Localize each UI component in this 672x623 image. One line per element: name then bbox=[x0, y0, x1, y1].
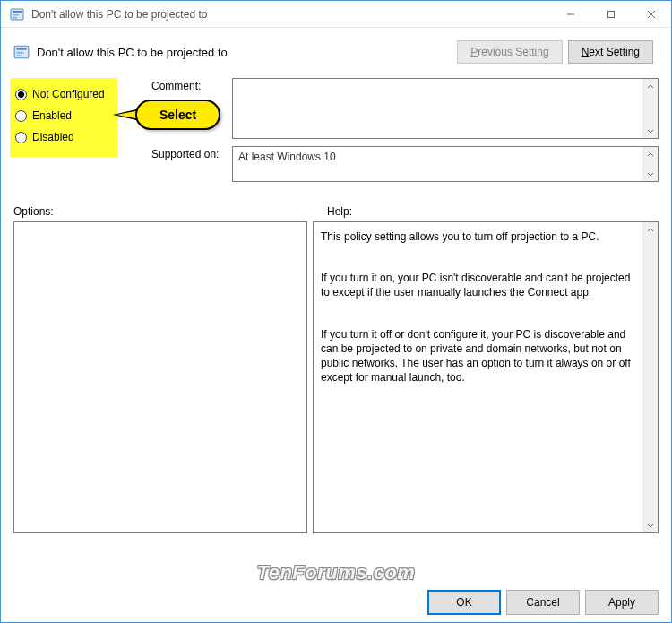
policy-title: Don't allow this PC to be projected to bbox=[37, 46, 457, 59]
help-label: Help: bbox=[327, 205, 659, 218]
chevron-up-icon[interactable] bbox=[642, 79, 658, 94]
titlebar: Don't allow this PC to be projected to bbox=[1, 1, 671, 28]
help-panel: This policy setting allows you to turn o… bbox=[313, 221, 659, 533]
radio-label: Not Configured bbox=[32, 88, 105, 100]
svg-rect-11 bbox=[16, 55, 22, 56]
radio-icon bbox=[15, 89, 27, 100]
radio-label: Enabled bbox=[32, 109, 72, 122]
supported-value: At least Windows 10 bbox=[238, 151, 336, 163]
svg-rect-3 bbox=[13, 17, 17, 19]
help-text: This policy setting allows you to turn o… bbox=[321, 229, 636, 244]
chevron-up-icon[interactable] bbox=[642, 222, 658, 238]
chevron-down-icon[interactable] bbox=[642, 166, 658, 181]
radio-icon bbox=[15, 132, 27, 143]
previous-setting-button: Previous Setting bbox=[457, 40, 562, 64]
svg-rect-1 bbox=[13, 11, 22, 13]
next-setting-button[interactable]: Next Setting bbox=[568, 40, 653, 64]
help-text: If you turn it on, your PC isn't discove… bbox=[321, 271, 636, 299]
footer-buttons: OK Cancel Apply bbox=[427, 590, 659, 615]
comment-field[interactable] bbox=[232, 78, 659, 139]
radio-not-configured[interactable]: Not Configured bbox=[13, 83, 112, 105]
chevron-down-icon[interactable] bbox=[642, 517, 658, 532]
scrollbar[interactable] bbox=[642, 222, 658, 532]
scrollbar[interactable] bbox=[642, 147, 658, 181]
chevron-down-icon[interactable] bbox=[642, 123, 658, 138]
apply-button[interactable]: Apply bbox=[585, 590, 659, 615]
svg-rect-9 bbox=[16, 48, 26, 50]
supported-label: Supported on: bbox=[151, 146, 232, 160]
watermark: TenForums.com bbox=[1, 561, 671, 584]
comment-label: Comment: bbox=[151, 78, 232, 92]
svg-rect-5 bbox=[607, 11, 614, 17]
state-radios: Not Configured Enabled Disabled Select bbox=[10, 78, 142, 189]
help-text: If you turn it off or don't configure it… bbox=[321, 327, 636, 385]
radio-icon bbox=[15, 110, 27, 122]
supported-field: At least Windows 10 bbox=[232, 146, 659, 182]
svg-rect-10 bbox=[16, 52, 23, 54]
options-label: Options: bbox=[13, 205, 327, 218]
policy-icon bbox=[10, 7, 24, 22]
radio-enabled[interactable]: Enabled bbox=[13, 105, 112, 126]
options-panel bbox=[13, 221, 307, 533]
header-row: Don't allow this PC to be projected to P… bbox=[1, 28, 671, 73]
cancel-button[interactable]: Cancel bbox=[506, 590, 580, 615]
chevron-up-icon[interactable] bbox=[642, 147, 658, 162]
minimize-button[interactable] bbox=[550, 1, 590, 27]
scrollbar[interactable] bbox=[642, 79, 658, 138]
close-button[interactable] bbox=[631, 1, 671, 27]
policy-icon bbox=[13, 44, 30, 60]
ok-button[interactable]: OK bbox=[427, 590, 501, 615]
window-title: Don't allow this PC to be projected to bbox=[31, 8, 550, 21]
radio-disabled[interactable]: Disabled bbox=[13, 126, 112, 148]
svg-rect-2 bbox=[13, 14, 19, 16]
maximize-button[interactable] bbox=[590, 1, 631, 27]
radio-label: Disabled bbox=[32, 131, 74, 143]
